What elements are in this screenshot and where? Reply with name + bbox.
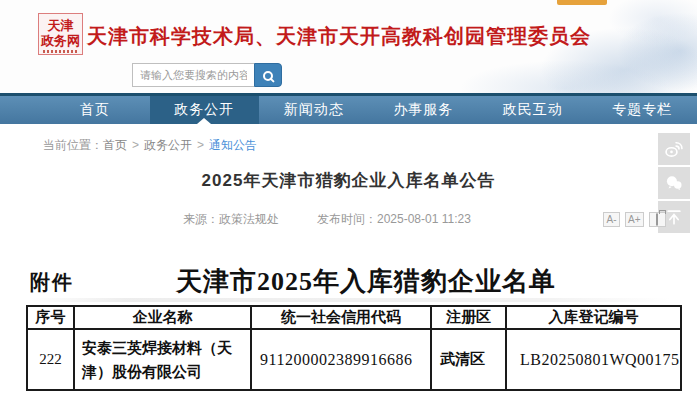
table-row: 222 安泰三英焊接材料（天津）股份有限公司 91120000238991668…: [27, 329, 681, 390]
cell-seq: 222: [27, 329, 74, 390]
weibo-icon: [664, 139, 684, 159]
search-icon: [263, 71, 273, 81]
attachment-title: 天津市2025年入库猎豹企业名单: [26, 264, 697, 299]
article-source: 来源：政策法规处: [183, 211, 279, 228]
breadcrumb-separator: >: [132, 138, 139, 152]
font-increase-button[interactable]: A+: [625, 212, 644, 227]
publish-time-label: 发布时间：: [317, 212, 377, 226]
logo-text-line2: 政务网: [39, 33, 82, 48]
breadcrumb-prefix: 当前位置：: [43, 138, 103, 152]
main-nav: 首页 政务公开 新闻动态 办事服务 政民互动 专题专栏: [0, 93, 697, 124]
table-header-row: 序号 企业名称 统一社会信用代码 注册区 入库登记编号: [27, 306, 681, 329]
source-value: 政策法规处: [219, 212, 279, 226]
nav-item-interaction[interactable]: 政民互动: [478, 96, 588, 124]
printer-icon: [656, 213, 658, 226]
site-header: 天津 政务网 天津市科学技术局、天津市天开高教科创园管理委员会: [0, 0, 697, 93]
enterprise-table: 序号 企业名称 统一社会信用代码 注册区 入库登记编号 222 安泰三英焊接材料…: [26, 305, 682, 391]
header-company-name: 企业名称: [74, 306, 251, 329]
header-credit-code: 统一社会信用代码: [251, 306, 431, 329]
cell-credit-code: 911200002389916686: [251, 329, 431, 390]
article-meta: 来源：政策法规处 发布时间：2025-08-01 11:23: [183, 211, 471, 228]
back-to-top-icon: [664, 207, 684, 227]
breadcrumb-notices[interactable]: 通知公告: [209, 138, 257, 152]
header-registration-no: 入库登记编号: [506, 306, 681, 329]
publish-time-value: 2025-08-01 11:23: [377, 212, 471, 226]
nav-item-gov-disclosure[interactable]: 政务公开: [150, 96, 260, 124]
article-title: 2025年天津市猎豹企业入库名单公告: [26, 169, 671, 192]
header-seq: 序号: [27, 306, 74, 329]
source-label: 来源：: [183, 212, 219, 226]
print-button[interactable]: [649, 212, 666, 227]
site-title: 天津市科学技术局、天津市天开高教科创园管理委员会: [87, 23, 591, 50]
top-accent-bar: [557, 0, 607, 5]
search-input[interactable]: [132, 63, 254, 87]
cell-registration-no: LB20250801WQ00175: [506, 329, 681, 390]
breadcrumb: 当前位置：首页>政务公开>通知公告: [43, 137, 257, 154]
search-button[interactable]: [254, 63, 282, 87]
nav-item-news[interactable]: 新闻动态: [259, 96, 369, 124]
search-box: [132, 63, 282, 87]
nav-item-home[interactable]: 首页: [40, 96, 150, 124]
cell-company-name: 安泰三英焊接材料（天津）股份有限公司: [74, 329, 251, 390]
page: 天津 政务网 天津市科学技术局、天津市天开高教科创园管理委员会 首页 政务公开 …: [0, 0, 697, 417]
header-district: 注册区: [431, 306, 506, 329]
share-weibo-button[interactable]: [658, 133, 690, 165]
cell-district: 武清区: [431, 329, 506, 390]
site-logo-seal: 天津 政务网: [38, 13, 83, 55]
logo-text-line1: 天津: [39, 18, 82, 33]
article-publish-time: 发布时间：2025-08-01 11:23: [317, 211, 471, 228]
breadcrumb-home[interactable]: 首页: [103, 138, 127, 152]
nav-item-services[interactable]: 办事服务: [369, 96, 479, 124]
breadcrumb-gov-disclosure[interactable]: 政务公开: [144, 138, 192, 152]
nav-item-special-topics[interactable]: 专题专栏: [588, 96, 697, 124]
breadcrumb-separator: >: [197, 138, 204, 152]
font-decrease-button[interactable]: A-: [603, 212, 620, 227]
article-toolbar: A- A+: [603, 212, 666, 227]
